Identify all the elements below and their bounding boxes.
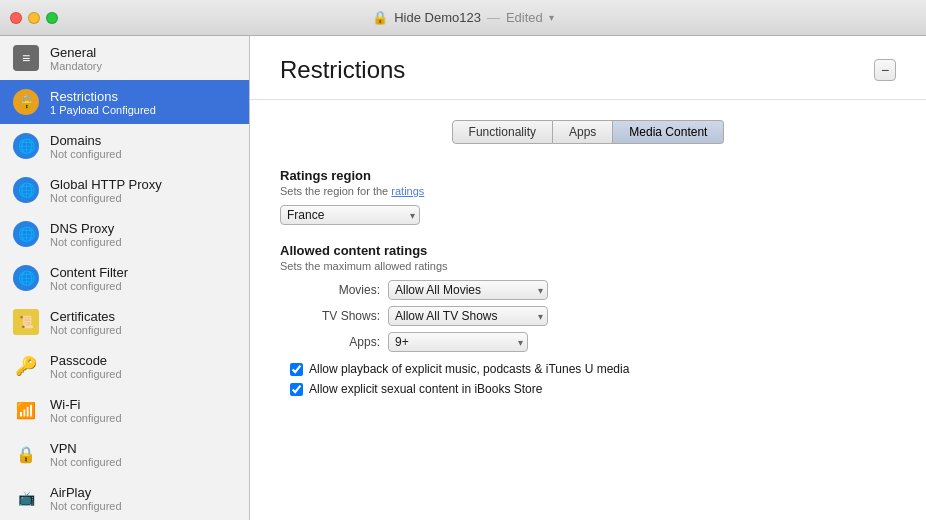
- sidebar-item-subtitle: 1 Payload Configured: [50, 104, 237, 116]
- sidebar-item-passcode[interactable]: 🔑PasscodeNot configured: [0, 344, 249, 388]
- titlebar: 🔒 Hide Demo123 — Edited ▾: [0, 0, 926, 36]
- sidebar-item-dns-proxy[interactable]: 🌐DNS ProxyNot configured: [0, 212, 249, 256]
- sidebar-item-subtitle: Not configured: [50, 148, 237, 160]
- sidebar-item-certificates[interactable]: 📜CertificatesNot configured: [0, 300, 249, 344]
- airplay-icon: 📺: [12, 484, 40, 512]
- sidebar-item-general[interactable]: ≡GeneralMandatory: [0, 36, 249, 80]
- explicit-music-label: Allow playback of explicit music, podcas…: [309, 362, 629, 376]
- sidebar-item-title: VPN: [50, 441, 237, 456]
- sidebar-item-subtitle: Not configured: [50, 500, 237, 512]
- explicit-books-label: Allow explicit sexual content in iBooks …: [309, 382, 542, 396]
- minus-button[interactable]: −: [874, 59, 896, 81]
- title-separator: —: [487, 10, 500, 25]
- sidebar-item-title: Certificates: [50, 309, 237, 324]
- explicit-music-row: Allow playback of explicit music, podcas…: [280, 362, 896, 376]
- content-area: Restrictions − Functionality Apps Media …: [250, 36, 926, 520]
- sidebar-item-content-filter[interactable]: 🌐Content FilterNot configured: [0, 256, 249, 300]
- sidebar-item-airplay[interactable]: 📺AirPlayNot configured: [0, 476, 249, 520]
- sidebar: ≡GeneralMandatory🔒Restrictions1 Payload …: [0, 36, 250, 520]
- tab-media-content[interactable]: Media Content: [613, 120, 724, 144]
- tab-apps[interactable]: Apps: [553, 120, 613, 144]
- ratings-region-select[interactable]: France United States United Kingdom Germ…: [280, 205, 420, 225]
- ratings-region-title: Ratings region: [280, 168, 896, 183]
- tvshows-label: TV Shows:: [300, 309, 380, 323]
- page-title: Restrictions: [280, 56, 405, 84]
- sidebar-item-title: Domains: [50, 133, 237, 148]
- lock-icon: 🔑: [12, 352, 40, 380]
- tvshows-row: TV Shows: Allow All TV Shows TV-Y TV-Y7 …: [300, 306, 896, 326]
- sidebar-item-title: General: [50, 45, 237, 60]
- allowed-content-title: Allowed content ratings: [280, 243, 896, 258]
- sidebar-item-wifi[interactable]: 📶Wi-FiNot configured: [0, 388, 249, 432]
- ratings-region-desc: Sets the region for the ratings: [280, 185, 896, 197]
- sidebar-item-vpn[interactable]: 🔒VPNNot configured: [0, 432, 249, 476]
- minimize-button[interactable]: [28, 12, 40, 24]
- movies-row: Movies: Allow All Movies G PG PG-13 R NC…: [300, 280, 896, 300]
- explicit-books-row: Allow explicit sexual content in iBooks …: [280, 382, 896, 396]
- apps-select[interactable]: Allow All Apps 4+ 9+ 12+ 17+ Don't Allow…: [388, 332, 528, 352]
- window-controls: [10, 12, 58, 24]
- sidebar-item-global-http-proxy[interactable]: 🌐Global HTTP ProxyNot configured: [0, 168, 249, 212]
- allowed-content-section: Allowed content ratings Sets the maximum…: [280, 243, 896, 396]
- sidebar-item-title: Passcode: [50, 353, 237, 368]
- allowed-content-desc: Sets the maximum allowed ratings: [280, 260, 896, 272]
- sidebar-item-subtitle: Not configured: [50, 456, 237, 468]
- content-body: Functionality Apps Media Content Ratings…: [250, 100, 926, 520]
- sidebar-item-title: Wi-Fi: [50, 397, 237, 412]
- globe-icon: 🌐: [12, 220, 40, 248]
- tvshows-select[interactable]: Allow All TV Shows TV-Y TV-Y7 TV-G TV-PG…: [388, 306, 548, 326]
- sidebar-item-subtitle: Not configured: [50, 192, 237, 204]
- sidebar-item-subtitle: Not configured: [50, 368, 237, 380]
- sidebar-item-title: Restrictions: [50, 89, 237, 104]
- wifi-icon: 📶: [12, 396, 40, 424]
- maximize-button[interactable]: [46, 12, 58, 24]
- sidebar-item-subtitle: Not configured: [50, 412, 237, 424]
- window-title: 🔒 Hide Demo123 — Edited ▾: [372, 10, 554, 25]
- apps-label: Apps:: [300, 335, 380, 349]
- globe-icon: 🌐: [12, 176, 40, 204]
- globe-icon: 🌐: [12, 264, 40, 292]
- ratings-region-row: France United States United Kingdom Germ…: [280, 205, 896, 225]
- explicit-books-checkbox[interactable]: [290, 383, 303, 396]
- tab-functionality[interactable]: Functionality: [452, 120, 553, 144]
- ratings-grid: Movies: Allow All Movies G PG PG-13 R NC…: [280, 280, 896, 352]
- globe-icon: 🌐: [12, 132, 40, 160]
- sidebar-item-restrictions[interactable]: 🔒Restrictions1 Payload Configured: [0, 80, 249, 124]
- movies-label: Movies:: [300, 283, 380, 297]
- ratings-link[interactable]: ratings: [391, 185, 424, 197]
- sidebar-item-title: Global HTTP Proxy: [50, 177, 237, 192]
- content-header: Restrictions −: [250, 36, 926, 100]
- movies-select[interactable]: Allow All Movies G PG PG-13 R NC-17 Don'…: [388, 280, 548, 300]
- explicit-music-checkbox[interactable]: [290, 363, 303, 376]
- apps-row: Apps: Allow All Apps 4+ 9+ 12+ 17+ Don't…: [300, 332, 896, 352]
- ratings-region-section: Ratings region Sets the region for the r…: [280, 168, 896, 225]
- close-button[interactable]: [10, 12, 22, 24]
- sidebar-item-title: Content Filter: [50, 265, 237, 280]
- sidebar-item-subtitle: Not configured: [50, 280, 237, 292]
- sidebar-item-subtitle: Not configured: [50, 324, 237, 336]
- sidebar-item-subtitle: Not configured: [50, 236, 237, 248]
- tvshows-select-wrap: Allow All TV Shows TV-Y TV-Y7 TV-G TV-PG…: [388, 306, 548, 326]
- movies-select-wrap: Allow All Movies G PG PG-13 R NC-17 Don'…: [388, 280, 548, 300]
- window-title-icon: 🔒: [372, 10, 388, 25]
- vpn-icon: 🔒: [12, 440, 40, 468]
- sidebar-item-title: DNS Proxy: [50, 221, 237, 236]
- apps-select-wrap: Allow All Apps 4+ 9+ 12+ 17+ Don't Allow…: [388, 332, 528, 352]
- ratings-region-select-wrap: France United States United Kingdom Germ…: [280, 205, 420, 225]
- chevron-down-icon[interactable]: ▾: [549, 12, 554, 23]
- cert-icon: 📜: [12, 308, 40, 336]
- sidebar-item-title: AirPlay: [50, 485, 237, 500]
- sidebar-item-subtitle: Mandatory: [50, 60, 237, 72]
- restrictions-icon: 🔒: [12, 88, 40, 116]
- general-icon: ≡: [12, 44, 40, 72]
- tab-bar: Functionality Apps Media Content: [280, 120, 896, 144]
- sidebar-item-domains[interactable]: 🌐DomainsNot configured: [0, 124, 249, 168]
